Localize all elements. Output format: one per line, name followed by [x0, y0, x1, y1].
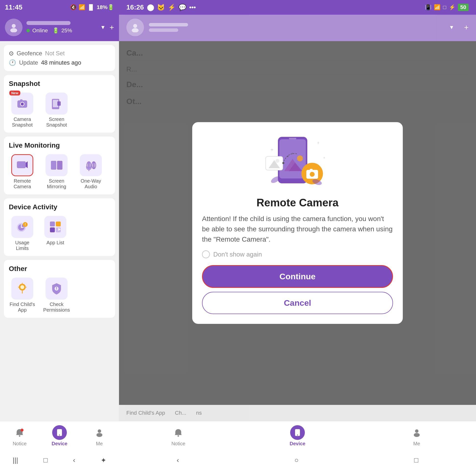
modal-title: Remote Camera — [256, 197, 338, 209]
bg-content: Ca... R... De... Ot... — [119, 41, 476, 405]
right-phone: 16:26 ⬤ 🐱 ⚡ 💬 ••• 📳 📶 □ ⚡ 50 ▼ + — [119, 0, 476, 470]
svg-text:!: ! — [56, 286, 57, 290]
circle-icon: ⬤ — [147, 4, 154, 11]
notice-icon-left — [12, 425, 27, 440]
battery-level-right: 50 — [458, 4, 469, 11]
check-permissions-item[interactable]: ! Check Permissions — [43, 278, 70, 313]
find-app-label: Find Child's App — [9, 302, 36, 313]
other-grid: Find Child's App ! Check Permissions — [9, 278, 110, 313]
strip-ch: Ch... — [175, 410, 186, 416]
camera-snapshot-item[interactable]: New Camera Snapshot — [9, 93, 36, 128]
dont-show-row[interactable]: Don't show again — [202, 251, 393, 258]
svg-point-37 — [20, 429, 23, 432]
add-icon[interactable]: + — [109, 23, 114, 32]
more-icon: ••• — [189, 4, 196, 11]
svg-text:!: ! — [25, 222, 26, 226]
device-activity-grid: ! Usage Limits — [9, 216, 110, 251]
geofence-icon: ⊙ — [9, 50, 14, 57]
nav-notice-left[interactable]: Notice — [7, 423, 32, 449]
camera-snapshot-icon-box: New — [11, 93, 33, 115]
time-right: 16:26 — [126, 3, 144, 11]
svg-point-58 — [310, 172, 315, 177]
app-list-icon-box — [44, 216, 66, 238]
notice-icon-right — [171, 425, 186, 440]
find-app-item[interactable]: Find Child's App — [9, 278, 36, 313]
left-phone: 11:45 🔇 📶 ▐▌ 18%🔋 Online 🔋 25% ▼ — [0, 0, 119, 470]
snapshot-grid: New Camera Snapshot — [9, 93, 110, 128]
svg-point-53 — [282, 162, 284, 164]
svg-marker-11 — [26, 161, 28, 168]
svg-point-55 — [292, 153, 293, 154]
svg-point-54 — [287, 156, 289, 157]
svg-point-42 — [133, 24, 137, 28]
cancel-button[interactable]: Cancel — [202, 292, 393, 314]
screen-mirroring-item[interactable]: Screen Mirroring — [43, 154, 70, 189]
app-list-item[interactable]: App List — [43, 216, 68, 251]
nav-device-left[interactable]: Device — [47, 423, 72, 449]
svg-point-4 — [21, 102, 24, 105]
screen-snapshot-item[interactable]: Screen Snapshot — [43, 93, 70, 128]
status-bar-dim — [149, 28, 178, 32]
device-activity-section: Device Activity ! Usage Limits — [4, 198, 115, 256]
svg-rect-49 — [289, 138, 296, 139]
me-label-left: Me — [96, 441, 103, 447]
back-button-right[interactable]: ‹ — [177, 456, 179, 464]
check-permissions-label: Check Permissions — [43, 302, 70, 313]
main-content-left: ⊙ Geofence Not Set 🕐 Update 48 minutes a… — [0, 41, 119, 421]
nav-notice-right[interactable]: Notice — [166, 423, 190, 449]
usage-limits-label: Usage Limits — [9, 240, 36, 251]
geofence-label: Geofence — [17, 50, 42, 57]
svg-text:+: + — [271, 147, 273, 152]
svg-rect-24 — [56, 221, 61, 226]
wifi-icon: 📶 — [79, 4, 85, 11]
camera-snapshot-label: Camera Snapshot — [9, 117, 36, 128]
bolt-icon: ⚡ — [449, 4, 456, 11]
nav-me-left[interactable]: Me — [87, 423, 112, 449]
svg-point-43 — [132, 28, 139, 32]
dont-show-label: Don't show again — [213, 251, 262, 258]
svg-point-68 — [415, 429, 418, 433]
status-bar-left: 11:45 🔇 📶 ▐▌ 18%🔋 — [0, 0, 119, 15]
dropdown-right[interactable]: ▼ — [449, 24, 455, 31]
dont-show-radio[interactable] — [202, 251, 210, 258]
svg-point-39 — [59, 435, 60, 436]
menu-button-left[interactable]: ||| — [13, 456, 18, 464]
svg-point-69 — [414, 433, 420, 437]
screen-snapshot-label: Screen Snapshot — [43, 117, 70, 128]
back-button-left[interactable]: ‹ — [73, 456, 75, 464]
modal-overlay: + + + Remote Camera Attention! If the ch… — [119, 41, 476, 405]
home-button-right[interactable]: ○ — [295, 456, 299, 464]
dropdown-icon[interactable]: ▼ — [100, 24, 106, 31]
nav-device-right[interactable]: Device — [285, 423, 310, 449]
usage-limits-item[interactable]: ! Usage Limits — [9, 216, 36, 251]
recents-button-right[interactable]: □ — [414, 456, 418, 464]
continue-button[interactable]: Continue — [202, 265, 393, 288]
geofence-row: ⊙ Geofence Not Set — [9, 50, 110, 57]
nav-me-right[interactable]: Me — [405, 423, 429, 449]
svg-text:+: + — [323, 156, 325, 160]
screen-snapshot-icon-box — [46, 93, 68, 115]
usage-limits-icon-box: ! — [11, 216, 33, 238]
notice-label-left: Notice — [13, 441, 27, 447]
avatar-left — [5, 19, 22, 36]
one-way-audio-item[interactable]: One-Way Audio — [77, 154, 104, 189]
device-label-right: Device — [290, 441, 306, 447]
status-icons-left: 🔇 📶 ▐▌ 18%🔋 — [70, 4, 114, 11]
svg-point-65 — [178, 435, 179, 437]
remote-camera-item[interactable]: Remote Camera — [9, 154, 36, 189]
svg-rect-8 — [55, 108, 56, 109]
assist-button-left[interactable]: ✦ — [101, 456, 106, 464]
svg-rect-23 — [50, 221, 55, 226]
device-icon-left — [52, 425, 67, 440]
user-name-bar — [26, 21, 70, 25]
svg-point-52 — [275, 159, 279, 163]
battery-text-left: 25% — [61, 27, 72, 34]
svg-rect-12 — [51, 161, 56, 170]
find-app-icon-box — [11, 278, 33, 300]
online-dot — [26, 29, 30, 32]
home-button-left[interactable]: □ — [43, 456, 48, 464]
update-value: 48 minutes ago — [41, 59, 81, 66]
plus-right[interactable]: + — [464, 23, 469, 32]
other-title: Other — [9, 265, 110, 273]
svg-rect-15 — [88, 162, 90, 169]
